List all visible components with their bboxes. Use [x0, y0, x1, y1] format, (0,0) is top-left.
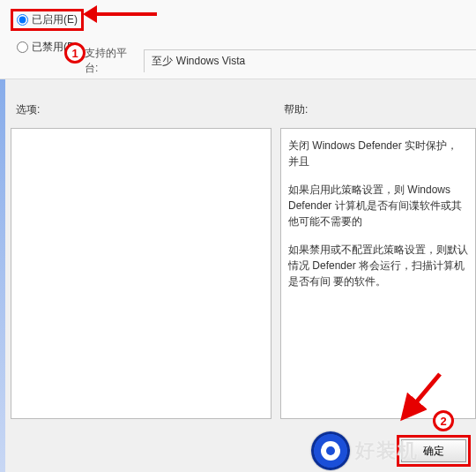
annotation-number-1: 1 — [64, 42, 86, 64]
supported-platform-row: 支持的平台: 至少 Windows Vista — [85, 46, 476, 76]
panels: 关闭 Windows Defender 实时保护，并且 如果启用此策略设置，则 … — [11, 128, 476, 419]
annotation-number-2: 2 — [433, 410, 454, 431]
dialog-buttons: 确定 — [397, 435, 471, 467]
radio-enabled[interactable] — [17, 14, 28, 26]
options-label: 选项: — [16, 102, 40, 117]
radio-disabled[interactable] — [17, 41, 28, 53]
help-panel: 关闭 Windows Defender 实时保护，并且 如果启用此策略设置，则 … — [280, 128, 476, 419]
policy-state-section: 已启用(E) 已禁用(D) 支持的平台: 至少 Windows Vista — [0, 0, 476, 79]
radio-enabled-row[interactable]: 已启用(E) — [11, 9, 84, 31]
help-label: 帮助: — [284, 102, 308, 117]
options-panel — [11, 128, 271, 419]
ok-button[interactable]: 确定 — [401, 439, 466, 462]
help-text: 关闭 Windows Defender 实时保护，并且 — [288, 138, 468, 169]
annotation-arrow-1 — [86, 12, 157, 16]
watermark-logo-icon — [311, 431, 350, 470]
help-text: 如果禁用或不配置此策略设置，则默认情况 Defender 将会运行，扫描计算机是… — [288, 242, 468, 289]
ok-button-highlight: 确定 — [397, 435, 471, 467]
supported-platform-value: 至少 Windows Vista — [144, 49, 476, 72]
help-text: 如果启用此策略设置，则 Windows Defender 计算机是否有间谍软件或… — [288, 182, 468, 229]
supported-platform-label: 支持的平台: — [85, 46, 137, 76]
radio-enabled-label: 已启用(E) — [32, 12, 78, 27]
